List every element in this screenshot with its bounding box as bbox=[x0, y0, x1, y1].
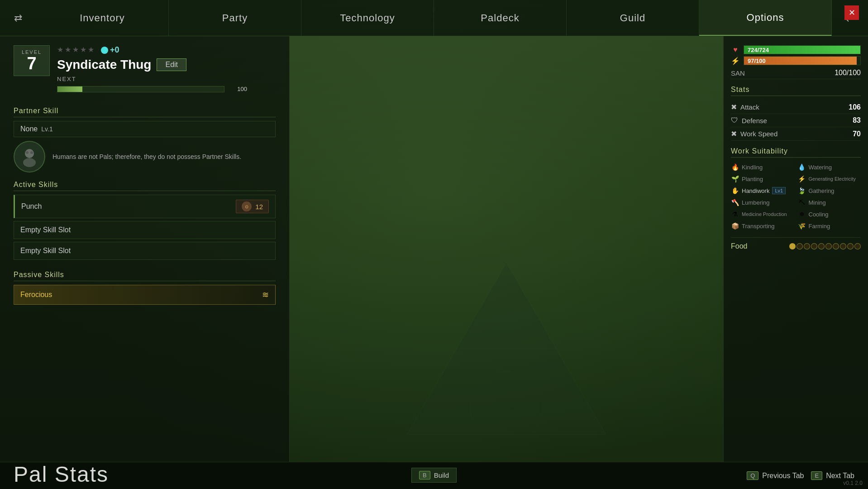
food-circles bbox=[789, 243, 861, 249]
stat-work-speed-name: ✖ Work Speed bbox=[731, 129, 777, 138]
work-handiwork: ✋ Handiwork Lv1 bbox=[731, 186, 794, 196]
build-label: Build bbox=[434, 471, 449, 479]
skill-slot-punch[interactable]: Punch ⊙ 12 bbox=[14, 195, 276, 218]
stat-attack-name: ✖ Attack bbox=[731, 103, 759, 111]
star-4: ★ bbox=[80, 45, 86, 55]
previous-tab-button[interactable]: Q Previous Tab bbox=[747, 471, 804, 480]
star-2: ★ bbox=[65, 45, 71, 55]
work-watering: 💧 Watering bbox=[798, 162, 861, 172]
stat-defense: 🛡 Defense 83 bbox=[731, 114, 861, 127]
stat-badge: +0 bbox=[101, 45, 119, 55]
close-button[interactable]: ✕ bbox=[844, 5, 859, 20]
work-mining: ⛏ Mining bbox=[798, 197, 861, 207]
xp-bar-section: NEXT 100 bbox=[57, 76, 276, 94]
passive-slot-ferocious[interactable]: Ferocious ≋ bbox=[14, 285, 276, 305]
svg-point-1 bbox=[23, 158, 36, 167]
svg-point-9 bbox=[488, 371, 525, 408]
next-tab-button[interactable]: E Next Tab bbox=[811, 471, 854, 480]
bottom-bar: Pal Stats B Build Q Previous Tab E Next … bbox=[0, 462, 868, 489]
pal-portrait-icon bbox=[18, 145, 41, 168]
passive-skill-name: Ferocious bbox=[20, 291, 52, 299]
main-content: LEVEL 7 ★ ★ ★ ★ ★ +0 bbox=[0, 36, 868, 462]
work-speed-value: 70 bbox=[853, 130, 861, 138]
health-icon: ♥ bbox=[731, 46, 740, 54]
character-name: Syndicate Thug bbox=[57, 58, 151, 72]
food-circle-3 bbox=[804, 243, 810, 249]
svg-point-2 bbox=[26, 151, 29, 154]
nav-tabs: Inventory Party Technology Paldeck Guild… bbox=[36, 0, 832, 36]
tab-party[interactable]: Party bbox=[169, 0, 301, 36]
passive-skill-icon: ≋ bbox=[262, 290, 269, 300]
tab-technology[interactable]: Technology bbox=[301, 0, 434, 36]
tab-guild[interactable]: Guild bbox=[567, 0, 699, 36]
work-speed-icon: ✖ bbox=[731, 129, 737, 138]
circuit-decoration bbox=[407, 263, 606, 435]
skill-punch-name: Punch bbox=[21, 202, 42, 211]
work-lumbering: 🪓 Lumbering bbox=[731, 197, 794, 207]
build-button[interactable]: B Build bbox=[411, 468, 457, 483]
partner-skill-header: Partner Skill bbox=[14, 107, 276, 117]
planting-icon: 🌱 bbox=[731, 175, 739, 182]
svg-point-8 bbox=[470, 371, 543, 435]
skill-slot-3[interactable]: Empty Skill Slot bbox=[14, 242, 276, 260]
health-bar: 724/724 bbox=[744, 45, 861, 54]
partner-skill-level: Lv.1 bbox=[41, 125, 52, 133]
tab-inventory[interactable]: Inventory bbox=[36, 0, 169, 36]
ui-overlay: ⇄ Inventory Party Technology Paldeck Gui… bbox=[0, 0, 868, 489]
character-level-box: LEVEL 7 bbox=[14, 45, 50, 76]
work-kindling: 🔥 Kindling bbox=[731, 162, 794, 172]
stat-work-speed: ✖ Work Speed 70 bbox=[731, 127, 861, 141]
food-circle-10 bbox=[854, 243, 861, 249]
food-circle-5 bbox=[818, 243, 825, 249]
star-3: ★ bbox=[72, 45, 79, 55]
partner-skill-description: Humans are not Pals; therefore, they do … bbox=[52, 152, 241, 162]
character-name-section: ★ ★ ★ ★ ★ +0 Syndicate Thug Edit bbox=[57, 45, 276, 94]
food-circle-4 bbox=[811, 243, 817, 249]
tab-paldeck[interactable]: Paldeck bbox=[434, 0, 567, 36]
work-suitability-header: Work Suitability bbox=[731, 147, 861, 158]
handiwork-level: Lv1 bbox=[772, 187, 786, 194]
medicine-icon: ⚗ bbox=[731, 211, 739, 218]
xp-value: 100 bbox=[237, 86, 247, 92]
edit-button[interactable]: Edit bbox=[157, 58, 186, 71]
right-panel: ♥ 724/724 ⚡ 97/100 bbox=[723, 36, 868, 462]
active-skills-section: Active Skills Punch ⊙ 12 Empty Skill Slo… bbox=[14, 181, 276, 263]
vitals-section: ♥ 724/724 ⚡ 97/100 bbox=[731, 45, 861, 79]
mining-icon: ⛏ bbox=[798, 199, 806, 206]
prev-tab-key: Q bbox=[747, 471, 758, 480]
stars-row: ★ ★ ★ ★ ★ +0 bbox=[57, 45, 276, 55]
food-row: Food bbox=[731, 237, 861, 250]
version-text: v0.1 2.0 bbox=[843, 480, 863, 486]
tab-navigation-buttons: Q Previous Tab E Next Tab bbox=[747, 471, 854, 480]
health-row: ♥ 724/724 bbox=[731, 45, 861, 54]
food-label: Food bbox=[731, 242, 747, 250]
food-circle-9 bbox=[847, 243, 854, 249]
xp-bar-fill bbox=[57, 86, 82, 92]
skill-slot-3-name: Empty Skill Slot bbox=[20, 247, 71, 255]
skill-cost-value: 12 bbox=[255, 203, 263, 211]
stats-header: Stats bbox=[731, 86, 861, 96]
stat-attack: ✖ Attack 106 bbox=[731, 101, 861, 114]
work-grid: 🔥 Kindling 💧 Watering 🌱 Planting ⚡ G bbox=[731, 162, 861, 231]
skill-cost: ⊙ 12 bbox=[236, 200, 269, 213]
attack-value: 106 bbox=[849, 103, 861, 111]
left-panel: LEVEL 7 ★ ★ ★ ★ ★ +0 bbox=[0, 36, 290, 462]
work-gathering: 🍃 Gathering bbox=[798, 186, 861, 196]
work-transporting: 📦 Transporting bbox=[731, 221, 794, 231]
stats-section: Stats ✖ Attack 106 🛡 Defense 83 bbox=[731, 86, 861, 141]
san-label: SAN bbox=[731, 69, 745, 77]
partner-skill-name: None bbox=[20, 125, 38, 133]
stamina-icon: ⚡ bbox=[731, 57, 740, 65]
tab-options[interactable]: Options bbox=[699, 0, 832, 36]
star-1: ★ bbox=[57, 45, 63, 55]
stat-dot bbox=[101, 47, 108, 54]
partner-skill-desc: Humans are not Pals; therefore, they do … bbox=[14, 141, 276, 173]
char-name-row: Syndicate Thug Edit bbox=[57, 58, 276, 72]
food-circle-8 bbox=[840, 243, 846, 249]
skill-slot-2[interactable]: Empty Skill Slot bbox=[14, 221, 276, 239]
nav-left-arrow[interactable]: ⇄ bbox=[0, 0, 36, 36]
passive-skills-section: Passive Skills Ferocious ≋ bbox=[14, 271, 276, 307]
svg-point-3 bbox=[30, 151, 33, 154]
kindling-icon: 🔥 bbox=[731, 163, 739, 171]
page-title: Pal Stats bbox=[14, 464, 109, 485]
